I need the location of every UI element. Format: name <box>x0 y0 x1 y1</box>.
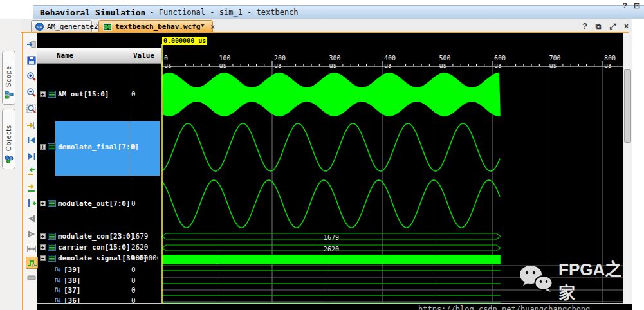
float-window-button[interactable]: ⧉ <box>596 22 602 31</box>
cursor-time-readout[interactable]: 0.000000 us <box>162 37 207 45</box>
tab-am-generate2-v[interactable]: VPAM_generate2.v× <box>31 20 92 33</box>
zoom-in-icon[interactable] <box>26 71 37 82</box>
simulator-window: Behavioral Simulation - Functional - sim… <box>0 0 644 310</box>
side-tab-label: Scope <box>5 66 12 87</box>
document-tab-bar: VPAM_generate2.v×textbench_behav.wcfg*× <box>21 19 644 33</box>
tick-label: 300 us <box>329 55 341 69</box>
close-button[interactable]: × <box>624 22 629 31</box>
verilog-file-icon: VP <box>35 23 44 31</box>
expand-icon[interactable]: + <box>40 144 46 150</box>
signal-name: carrier_con[15:0] <box>58 243 131 251</box>
prev-transition-icon[interactable] <box>26 134 37 145</box>
tick-label: 100 us <box>219 55 231 69</box>
bit-signal-icon <box>54 266 62 273</box>
expand-icon[interactable]: + <box>40 244 46 250</box>
maximize-button[interactable]: ⤢ <box>609 22 616 31</box>
signal-value: 0 <box>131 266 158 274</box>
watermark: FPGA之家 <box>519 264 631 296</box>
signal-row[interactable]: [36] <box>54 296 81 305</box>
next-marker-icon[interactable] <box>26 228 37 239</box>
next-transition-icon[interactable] <box>26 150 37 161</box>
signal-name: [38] <box>64 277 81 285</box>
signal-name: AM_out[15:0] <box>58 90 109 98</box>
value-column-header[interactable]: Value <box>133 51 154 60</box>
side-tab-label: Objects <box>5 125 12 151</box>
signal-value: 0 <box>131 199 158 208</box>
toolbar-handle <box>26 272 37 283</box>
expand-icon[interactable]: + <box>40 233 46 239</box>
bus-signal-icon <box>48 91 56 98</box>
expand-icon[interactable]: + <box>40 201 46 206</box>
waveform-file-icon <box>103 23 112 31</box>
signal-value: 0000000000 <box>131 254 158 262</box>
go-to-time-icon[interactable] <box>26 119 37 130</box>
swap-cursors-icon[interactable] <box>26 166 37 177</box>
tab-textbench-behav-wcfg-[interactable]: textbench_behav.wcfg*× <box>98 20 213 33</box>
side-tab-objects[interactable]: Objects <box>2 109 15 169</box>
signal-table-header[interactable]: Name Value <box>37 48 161 64</box>
bit-signal-icon <box>54 287 62 294</box>
signal-name: [36] <box>64 296 81 305</box>
fit-width-icon[interactable] <box>26 243 37 254</box>
window-menu-button[interactable]: ⊡ <box>634 1 640 10</box>
save-icon[interactable] <box>26 55 37 66</box>
restore-pane-icon[interactable] <box>26 39 37 50</box>
scope-hierarchy-icon <box>5 90 14 102</box>
waveform-plot[interactable] <box>161 33 623 304</box>
tick-label: 600 us <box>494 55 506 69</box>
bus-signal-icon <box>48 143 56 150</box>
signal-value: 2620 <box>131 243 158 251</box>
left-panel-strip: ScopeObjects <box>0 19 21 310</box>
signal-name: modulate_out[7:0] <box>58 199 131 208</box>
add-marker-icon[interactable] <box>26 197 37 208</box>
wave-bus-solid <box>162 255 501 264</box>
scrollbar-thumb[interactable] <box>624 69 631 143</box>
bus-value-label: 2620 <box>324 245 339 252</box>
tab-label: textbench_behav.wcfg* <box>115 23 205 31</box>
expand-icon[interactable]: + <box>40 91 46 97</box>
signal-value: 0 <box>131 143 158 151</box>
collapse-icon[interactable]: − <box>40 255 46 261</box>
side-tab-scope[interactable]: Scope <box>2 51 15 105</box>
prev-marker-icon[interactable] <box>26 213 37 224</box>
tabbar-window-buttons: ?⧉⤢× <box>582 22 629 31</box>
signal-value: 1679 <box>131 232 158 241</box>
signal-row[interactable]: +carrier_con[15:0] <box>40 243 131 251</box>
wechat-icon <box>519 264 553 296</box>
go-to-cursor-icon[interactable] <box>26 182 37 193</box>
title-bar: Behavioral Simulation - Functional - sim… <box>33 5 644 19</box>
signal-name: demolate_final[7:0] <box>58 143 139 151</box>
signal-row[interactable]: +demolate_final[7:0] <box>40 143 139 151</box>
help-button[interactable]: ? <box>623 1 627 10</box>
tab-close-icon[interactable]: × <box>210 23 215 32</box>
svg-text:VP: VP <box>37 25 42 29</box>
signal-value: 0 <box>131 277 158 285</box>
signal-name: [37] <box>64 286 81 295</box>
zoom-fit-icon[interactable] <box>26 103 37 114</box>
signal-row[interactable]: [38] <box>54 277 81 285</box>
right-margin <box>632 19 644 310</box>
tab-label: AM_generate2.v <box>47 23 107 31</box>
column-divider[interactable] <box>129 48 129 304</box>
signal-value: 0 <box>131 90 158 98</box>
tick-label: 200 us <box>274 55 286 69</box>
tick-label: 700 us <box>549 55 561 69</box>
zoom-out-icon[interactable] <box>26 87 37 98</box>
name-column-header[interactable]: Name <box>57 51 74 60</box>
bus-signal-icon <box>48 200 56 207</box>
help-button[interactable]: ? <box>582 22 587 31</box>
signal-row[interactable]: +AM_out[15:0] <box>40 90 109 98</box>
signal-row[interactable]: +modulate_out[7:0] <box>40 199 131 208</box>
snap-to-transition-icon[interactable] <box>26 257 38 269</box>
bus-signal-icon <box>48 244 56 251</box>
signal-value: 0 <box>131 286 158 295</box>
signal-row[interactable]: +modulate_con[23:0] <box>40 232 134 241</box>
signal-name: [39] <box>64 266 81 274</box>
bit-signal-icon <box>54 277 62 284</box>
window-title: Behavioral Simulation <box>40 8 145 17</box>
signal-row[interactable]: [39] <box>54 266 81 274</box>
tick-label: 500 us <box>439 55 451 69</box>
signal-row[interactable]: [37] <box>54 286 81 295</box>
wave-am-envelope <box>162 73 501 116</box>
panel-bottom-border <box>37 303 632 304</box>
